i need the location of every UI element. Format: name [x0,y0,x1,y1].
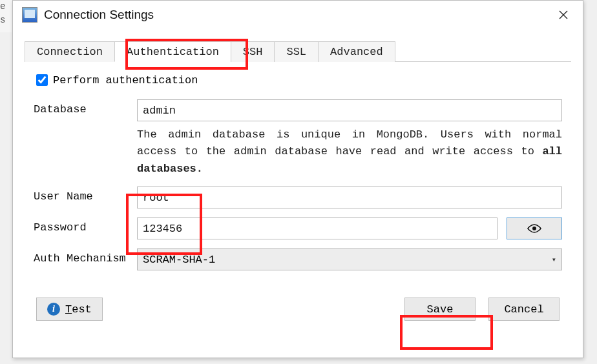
dialog-content: Connection Authentication SSH SSL Advanc… [13,29,583,330]
helper-text-pre: The admin database is unique in MongoDB.… [137,128,562,157]
backdrop-partial: e s [0,0,13,32]
cancel-button-label: Cancel [504,303,543,316]
username-label: User Name [34,187,137,203]
eye-icon [527,223,542,234]
mechanism-row: Auth Mechanism SCRAM-SHA-1 ▾ [34,248,562,270]
backdrop-line1: e [0,1,5,12]
button-bar: i Test Save Cancel [25,298,571,321]
tab-ssl[interactable]: SSL [274,41,319,62]
dialog-title: Connection Settings [44,8,154,22]
save-button[interactable]: Save [404,298,476,321]
database-label: Database [34,99,137,116]
chevron-down-icon: ▾ [552,255,556,265]
password-input[interactable] [137,217,498,239]
mechanism-select[interactable]: SCRAM-SHA-1 ▾ [137,248,562,270]
tab-advanced[interactable]: Advanced [318,41,395,62]
info-icon: i [47,303,60,316]
mechanism-label: Auth Mechanism [34,248,137,265]
tab-authentication[interactable]: Authentication [114,41,231,62]
backdrop-line2: s [0,15,5,25]
perform-auth-row: Perform authentication [34,72,562,88]
connection-settings-dialog: Connection Settings Connection Authentic… [12,0,583,358]
close-icon [559,10,568,19]
tab-ssh[interactable]: SSH [231,41,275,62]
close-button[interactable] [550,5,576,25]
test-button-label: Test [65,303,92,316]
cancel-button[interactable]: Cancel [488,298,560,321]
password-label: Password [34,217,137,234]
username-input[interactable] [137,187,562,208]
test-button[interactable]: i Test [36,298,103,321]
username-row: User Name [34,187,562,208]
app-icon [22,7,37,23]
tab-panel-authentication: Perform authentication Database The admi… [25,62,571,283]
tab-connection[interactable]: Connection [25,41,115,62]
database-row: Database The admin database is unique in… [34,99,562,177]
svg-point-0 [532,227,536,230]
save-button-label: Save [427,303,454,316]
password-row: Password [34,217,562,239]
perform-auth-checkbox[interactable] [36,74,48,86]
perform-auth-label: Perform authentication [53,74,198,86]
tabs: Connection Authentication SSH SSL Advanc… [25,41,571,62]
database-input[interactable] [137,99,562,121]
database-helper: The admin database is unique in MongoDB.… [137,126,562,177]
mechanism-value: SCRAM-SHA-1 [143,254,215,266]
show-password-button[interactable] [507,217,562,239]
titlebar: Connection Settings [13,1,583,29]
